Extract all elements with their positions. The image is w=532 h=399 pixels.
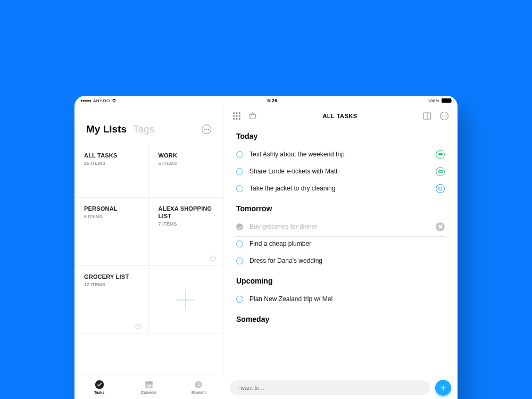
check-circle-icon <box>95 380 104 389</box>
task-row[interactable]: Plan New Zealand trip w/ Mel <box>236 290 445 307</box>
section-upcoming: Upcoming <box>236 277 445 285</box>
sidebar-title[interactable]: My Lists <box>86 123 127 135</box>
task-checkbox[interactable] <box>236 257 243 264</box>
main-panel: ALL TASKS Today Text Ashly abo <box>223 105 458 399</box>
mail-badge-icon[interactable] <box>436 167 445 176</box>
list-cell-personal[interactable]: PERSONAL 6 ITEMS <box>74 198 149 266</box>
svg-point-15 <box>236 118 237 119</box>
list-cell-work[interactable]: WORK 5 ITEMS <box>149 145 223 198</box>
task-list: Today Text Ashly about the weekend trip … <box>223 123 458 366</box>
list-name: PERSONAL <box>84 205 139 213</box>
task-checkbox-checked[interactable] <box>236 223 243 230</box>
sidebar: My Lists Tags ALL TASKS 25 ITEMS WORK 5 … <box>74 105 223 399</box>
clock-label: 5:26 <box>117 98 428 103</box>
task-checkbox[interactable] <box>236 151 243 158</box>
svg-point-13 <box>239 115 240 117</box>
list-cell-grocery[interactable]: GROCERY LIST 12 ITEMS <box>74 266 149 334</box>
battery-icon <box>442 98 451 103</box>
plus-icon <box>177 291 195 309</box>
svg-point-21 <box>444 115 445 117</box>
svg-point-9 <box>236 113 237 114</box>
add-list-button[interactable] <box>149 266 223 334</box>
list-name: ALL TASKS <box>84 152 139 160</box>
svg-point-22 <box>446 115 447 117</box>
task-checkbox[interactable] <box>236 185 243 192</box>
signal-dots-icon <box>81 100 91 102</box>
svg-point-11 <box>234 115 235 117</box>
section-today: Today <box>236 132 445 140</box>
task-row[interactable]: Share Lorde e-tickets with Matt <box>236 163 445 180</box>
basket-icon <box>135 322 142 328</box>
list-name: ALEXA SHOPPING LIST <box>159 205 214 220</box>
svg-point-0 <box>204 129 205 130</box>
task-row[interactable]: Take the jacket to dry cleaning <box>236 180 445 197</box>
composer-input[interactable] <box>230 380 430 395</box>
calendar-icon: 26 <box>144 380 154 389</box>
list-count: 5 ITEMS <box>159 161 214 166</box>
svg-point-20 <box>442 115 443 117</box>
device-frame: ANY.DO 5:26 100% My Lists Tags <box>74 96 458 399</box>
tab-label: Moment <box>192 390 206 394</box>
task-text: Find a cheap plumber <box>250 240 311 247</box>
svg-point-8 <box>234 113 235 114</box>
dismiss-badge-icon[interactable] <box>436 222 445 231</box>
grid-icon[interactable] <box>232 111 242 121</box>
list-name: WORK <box>159 152 214 160</box>
moment-icon <box>194 380 203 389</box>
composer-bar <box>230 380 451 396</box>
sidebar-tab-tags[interactable]: Tags <box>133 123 154 135</box>
list-cell-all-tasks[interactable]: ALL TASKS 25 ITEMS <box>74 145 149 198</box>
tab-tasks[interactable]: Tasks <box>74 375 124 399</box>
tab-label: Tasks <box>94 390 104 394</box>
svg-text:26: 26 <box>147 384 151 388</box>
main-toolbar: ALL TASKS <box>223 105 458 123</box>
page-title: ALL TASKS <box>264 113 416 119</box>
task-text: Dress for Dana's wedding <box>250 257 322 264</box>
svg-point-1 <box>206 129 207 130</box>
svg-point-16 <box>239 118 240 119</box>
task-text: Plan New Zealand trip w/ Mel <box>250 295 332 303</box>
task-text: Take the jacket to dry cleaning <box>250 185 335 192</box>
list-cell-alexa-shopping[interactable]: ALEXA SHOPPING LIST 7 ITEMS <box>149 198 223 266</box>
task-row-completed[interactable]: Buy groceries for dinner <box>236 218 445 235</box>
list-count: 6 ITEMS <box>84 214 139 219</box>
svg-point-10 <box>239 113 240 114</box>
task-row[interactable]: Dress for Dana's wedding <box>236 252 445 269</box>
task-checkbox[interactable] <box>236 168 243 175</box>
split-view-icon[interactable] <box>422 111 432 121</box>
ring-badge-icon[interactable] <box>436 184 445 193</box>
status-bar: ANY.DO 5:26 100% <box>74 96 458 105</box>
task-row[interactable]: Text Ashly about the weekend trip <box>236 146 445 163</box>
add-task-fab[interactable] <box>435 380 451 396</box>
svg-point-14 <box>234 118 235 119</box>
task-text: Buy groceries for dinner <box>250 223 317 230</box>
task-checkbox[interactable] <box>236 296 243 303</box>
tab-moment[interactable]: Moment <box>174 375 223 399</box>
basket-icon[interactable] <box>248 111 257 121</box>
list-name: GROCERY LIST <box>84 273 139 281</box>
task-text: Share Lorde e-tickets with Matt <box>250 168 337 175</box>
list-count: 25 ITEMS <box>84 161 139 166</box>
sidebar-more-button[interactable] <box>202 124 211 134</box>
task-text: Text Ashly about the weekend trip <box>250 151 345 158</box>
svg-rect-5 <box>145 381 153 384</box>
basket-icon <box>209 254 217 260</box>
tab-label: Calendar <box>141 390 157 394</box>
carrier-label: ANY.DO <box>93 98 110 103</box>
list-count: 7 ITEMS <box>159 221 214 227</box>
task-row[interactable]: Find a cheap plumber <box>236 235 445 252</box>
more-icon[interactable] <box>439 111 449 121</box>
section-tomorrow: Tomorrow <box>236 204 445 213</box>
svg-point-2 <box>208 129 209 130</box>
svg-point-12 <box>236 115 237 117</box>
wifi-icon <box>112 98 117 103</box>
lists-grid: ALL TASKS 25 ITEMS WORK 5 ITEMS PERSONAL… <box>74 145 223 334</box>
bottom-tab-bar: Tasks 26 Calendar Moment <box>74 375 223 399</box>
battery-percent-label: 100% <box>428 98 439 103</box>
list-count: 12 ITEMS <box>84 282 139 287</box>
tab-calendar[interactable]: 26 Calendar <box>124 375 173 399</box>
section-someday: Someday <box>236 315 445 323</box>
task-checkbox[interactable] <box>236 240 243 247</box>
status-badge-icon[interactable] <box>436 150 445 159</box>
